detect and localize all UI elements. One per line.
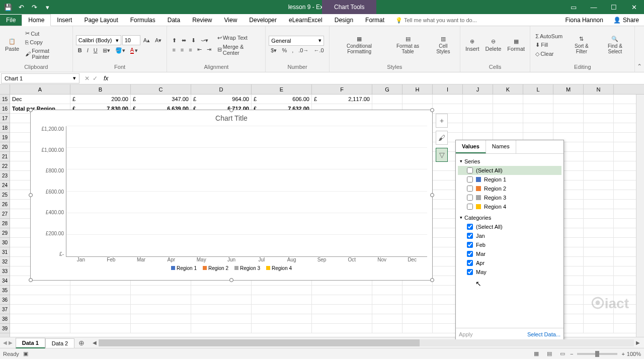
format-cells-button[interactable]: ▦Format	[505, 29, 527, 62]
increase-font-icon[interactable]: A▴	[141, 35, 152, 45]
orientation-icon[interactable]: ⤻▾	[199, 36, 210, 45]
column-header[interactable]: N	[584, 84, 614, 94]
cell[interactable]	[372, 286, 403, 295]
filter-series-item[interactable]: Region 4	[458, 202, 561, 211]
cell[interactable]	[312, 314, 372, 323]
align-right-icon[interactable]: ≡	[187, 45, 194, 54]
cell[interactable]	[191, 295, 252, 304]
legend-item[interactable]: Region 4	[266, 265, 292, 271]
column-header[interactable]: D	[191, 84, 252, 94]
ribbon-options-icon[interactable]: ▭	[564, 0, 584, 14]
conditional-formatting-button[interactable]: ▦Conditional Formatting	[333, 29, 386, 62]
cell[interactable]: 964.00	[191, 95, 252, 104]
cell[interactable]	[584, 123, 614, 132]
cell[interactable]	[131, 295, 191, 304]
legend-item[interactable]: Region 2	[203, 265, 228, 271]
clear-button[interactable]: ◇Clear	[533, 50, 565, 58]
cell[interactable]	[131, 286, 191, 295]
font-size-select[interactable]: 10	[122, 35, 140, 45]
filter-tab-values[interactable]: Values	[456, 140, 486, 153]
column-header[interactable]: K	[493, 84, 523, 94]
cell[interactable]	[463, 123, 493, 132]
maximize-icon[interactable]: ☐	[604, 0, 624, 14]
cell[interactable]	[584, 161, 614, 170]
filter-category-item[interactable]: Apr	[458, 258, 561, 267]
row-header[interactable]: 16	[0, 104, 10, 114]
checkbox[interactable]	[467, 242, 473, 248]
resize-handle[interactable]	[229, 108, 233, 112]
filter-series-item[interactable]: Region 2	[458, 184, 561, 193]
resize-handle[interactable]	[430, 193, 434, 197]
cell[interactable]	[191, 286, 252, 295]
cell[interactable]	[252, 324, 312, 333]
paste-button[interactable]: 📋Paste	[3, 29, 21, 62]
cell[interactable]	[252, 305, 312, 314]
cell[interactable]	[312, 324, 372, 333]
normal-view-icon[interactable]: ▦	[531, 349, 542, 358]
cell[interactable]	[523, 114, 553, 123]
resize-handle[interactable]	[430, 108, 434, 112]
cell[interactable]	[252, 314, 312, 323]
cell[interactable]	[584, 180, 614, 190]
name-box[interactable]: Chart 1▾	[1, 73, 79, 83]
page-layout-view-icon[interactable]: ▤	[544, 349, 555, 358]
cell[interactable]: Dec	[10, 95, 70, 104]
column-header[interactable]: G	[372, 84, 403, 94]
cell[interactable]	[10, 314, 70, 323]
cell[interactable]	[523, 95, 553, 104]
tab-elearnexcel[interactable]: eLearnExcel	[283, 15, 329, 26]
filter-series-item[interactable]: Region 3	[458, 193, 561, 202]
row-header[interactable]: 24	[0, 180, 10, 190]
cell[interactable]	[70, 305, 131, 314]
column-header[interactable]: B	[70, 84, 131, 94]
cell[interactable]	[312, 305, 372, 314]
format-as-table-button[interactable]: ▤Format as Table	[388, 29, 427, 62]
cell[interactable]	[523, 104, 553, 113]
cell[interactable]	[10, 286, 70, 295]
cell[interactable]: 606.00	[252, 95, 312, 104]
copy-button[interactable]: ⎘Copy	[23, 38, 69, 46]
checkbox[interactable]	[467, 269, 473, 275]
fill-button[interactable]: ⬇Fill	[533, 41, 565, 49]
decrease-decimal-icon[interactable]: ←.0	[312, 46, 326, 55]
row-header[interactable]: 26	[0, 200, 10, 209]
filter-category-item[interactable]: Jan	[458, 231, 561, 240]
align-left-icon[interactable]: ≡	[170, 45, 177, 54]
cell[interactable]	[403, 324, 433, 333]
cell[interactable]	[584, 238, 614, 247]
cell[interactable]	[584, 114, 614, 123]
cell[interactable]	[584, 219, 614, 228]
cell[interactable]: 200.00	[70, 95, 131, 104]
resize-handle[interactable]	[29, 108, 33, 112]
undo-icon[interactable]: ↶	[15, 1, 27, 13]
column-header[interactable]: M	[553, 84, 584, 94]
user-name[interactable]: Fiona Hannon	[560, 15, 608, 26]
checkbox[interactable]	[467, 186, 473, 192]
scroll-left-icon[interactable]: ◀	[91, 340, 99, 345]
checkbox[interactable]	[467, 195, 473, 201]
cell[interactable]	[312, 286, 372, 295]
cell[interactable]	[403, 314, 433, 323]
bold-button[interactable]: B	[76, 46, 84, 55]
filter-series-select-all[interactable]: (Select All)	[458, 166, 561, 175]
row-header[interactable]: 20	[0, 142, 10, 152]
cell[interactable]	[584, 209, 614, 218]
format-painter-button[interactable]: 🖌Format Painter	[23, 47, 69, 61]
tell-me-input[interactable]: Tell me what you want to do...	[390, 15, 560, 26]
delete-cells-button[interactable]: ⊖Delete	[484, 29, 504, 62]
cell[interactable]	[584, 133, 614, 142]
align-middle-icon[interactable]: ⬌	[180, 36, 188, 45]
chart-legend[interactable]: Region 1Region 2Region 3Region 4	[31, 262, 432, 274]
border-button[interactable]: ⊞▾	[101, 46, 112, 55]
filter-tab-names[interactable]: Names	[486, 140, 516, 153]
cell[interactable]	[584, 324, 614, 333]
filter-series-header[interactable]: Series	[458, 157, 561, 166]
zoom-slider[interactable]	[577, 353, 617, 355]
row-header[interactable]: 21	[0, 152, 10, 161]
align-bottom-icon[interactable]: ⬇	[189, 36, 198, 45]
cell[interactable]	[463, 95, 493, 104]
resize-handle[interactable]	[229, 278, 233, 282]
row-header[interactable]: 19	[0, 133, 10, 142]
scroll-right-icon[interactable]: ▶	[634, 340, 642, 345]
resize-handle[interactable]	[29, 278, 33, 282]
